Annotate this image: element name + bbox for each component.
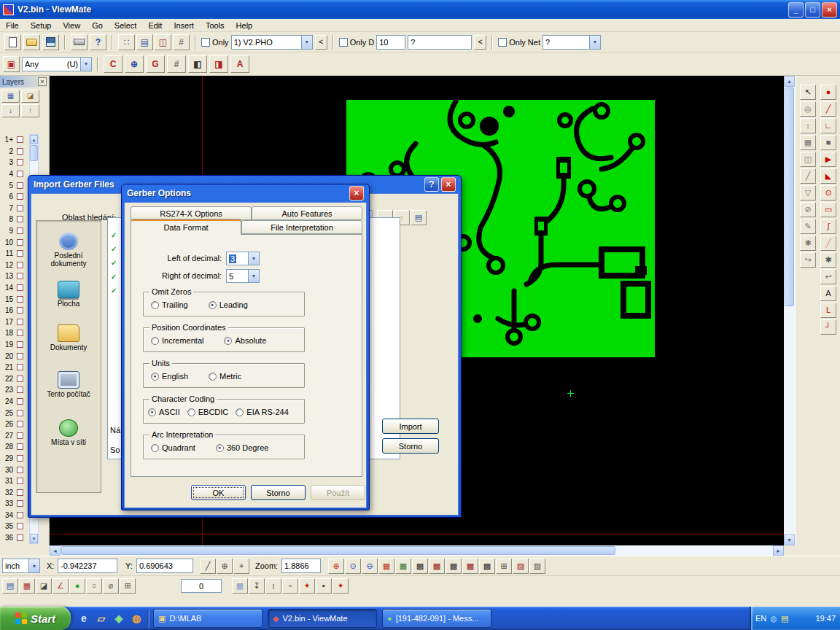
canvas-vertical-scrollbar[interactable]: ▲ ▼ xyxy=(784,76,795,545)
layer-color-box[interactable] xyxy=(17,443,23,450)
grid-tool-button[interactable]: ↕ xyxy=(265,578,281,594)
grid-tool-button[interactable]: ▪ xyxy=(316,578,332,594)
import-button[interactable]: Import xyxy=(382,419,439,434)
filter-tool-button[interactable]: ⊕ xyxy=(125,55,144,73)
layer-row[interactable]: 8 xyxy=(0,214,29,225)
layer-row[interactable]: 26 xyxy=(0,419,29,430)
options-dialog-titlebar[interactable]: Gerber Options × xyxy=(124,184,367,202)
ok-button[interactable]: OK xyxy=(191,485,246,500)
layer-color-box[interactable] xyxy=(17,171,23,177)
radio-option[interactable]: Quadrant xyxy=(151,443,195,452)
display-tool-button[interactable]: ● xyxy=(69,578,85,594)
layer-row[interactable]: 11 xyxy=(0,248,29,260)
filter-tool-button[interactable]: C xyxy=(104,55,122,73)
menu-item[interactable]: Tools xyxy=(200,20,230,31)
palette-tool-button[interactable]: ✎ xyxy=(800,219,816,234)
layer-color-box[interactable] xyxy=(17,330,23,336)
layer-row[interactable]: 9 xyxy=(0,225,29,237)
layer-row[interactable]: 35 xyxy=(0,521,29,532)
close-button[interactable]: × xyxy=(822,2,837,18)
layer-color-box[interactable] xyxy=(17,432,23,439)
dialog-close-button[interactable]: × xyxy=(349,186,364,201)
layer-color-box[interactable] xyxy=(17,353,23,359)
clock[interactable]: 19:47 xyxy=(815,614,836,623)
palette-tool-button[interactable]: ◫ xyxy=(800,152,816,167)
view-tool-button[interactable]: ⊖ xyxy=(362,559,378,574)
palette-tool-button[interactable]: ▽ xyxy=(800,185,816,201)
radio-option[interactable]: ●360 Degree xyxy=(216,443,269,452)
measure-tool-button[interactable]: ⊕ xyxy=(217,559,233,574)
layer-color-box[interactable] xyxy=(17,534,23,541)
filter-tool-button[interactable]: A xyxy=(230,55,249,73)
scroll-up-icon[interactable]: ▲ xyxy=(784,76,795,87)
palette-tool-button[interactable]: ┘ xyxy=(820,319,836,335)
measure-tool-button[interactable]: ⌖ xyxy=(233,559,249,574)
radio-option[interactable]: Trailing xyxy=(151,300,188,309)
view-tool-button[interactable]: ▦ xyxy=(395,559,411,574)
select-marker-button[interactable]: ▣ xyxy=(3,56,20,72)
layer-color-box[interactable] xyxy=(17,284,23,291)
layer-color-box[interactable] xyxy=(17,364,23,370)
restore-button[interactable]: □ xyxy=(805,2,820,18)
display-tool-button[interactable]: ∠ xyxy=(52,578,69,594)
view-tool-button[interactable]: ▩ xyxy=(412,559,428,574)
task-button-messenger[interactable]: ● [191-482-091] - Mess... xyxy=(382,609,491,628)
layer-row[interactable]: 17 xyxy=(0,316,29,328)
dcode-tool-button[interactable]: ◫ xyxy=(155,34,171,50)
layer-color-box[interactable] xyxy=(17,410,23,416)
minimize-button[interactable]: _ xyxy=(788,2,804,18)
display-tool-button[interactable]: ⊞ xyxy=(120,578,136,594)
layer-row[interactable]: 1+ xyxy=(0,134,29,146)
layer-row[interactable]: 29 xyxy=(0,453,29,464)
save-file-button[interactable] xyxy=(42,34,59,50)
palette-tool-button[interactable]: ▶ xyxy=(820,152,836,167)
rotation-value-field[interactable]: 0 xyxy=(181,579,222,593)
display-tool-button[interactable]: ○ xyxy=(86,578,102,594)
layer-row[interactable]: 30 xyxy=(0,464,29,475)
view-tool-button[interactable]: ⊙ xyxy=(345,559,361,574)
layers-scroll-thumb[interactable] xyxy=(30,145,38,161)
palette-tool-button[interactable]: ◎ xyxy=(800,101,816,117)
layer-color-box[interactable] xyxy=(17,523,23,529)
palette-tool-button[interactable]: ▦ xyxy=(800,135,816,150)
radio-option[interactable]: ●ASCII xyxy=(148,408,180,416)
place-network[interactable]: Místa v síti xyxy=(36,419,101,446)
layer-row[interactable]: 33 xyxy=(0,498,29,510)
quick-launch-icon[interactable]: ◈ xyxy=(112,611,126,626)
layer-color-box[interactable] xyxy=(17,489,23,496)
layer-row[interactable]: 28 xyxy=(0,441,29,453)
layer-row[interactable]: 6 xyxy=(0,191,29,203)
tab-file-interpretation[interactable]: File Interpretation xyxy=(241,220,362,234)
palette-tool-button[interactable]: ▭ xyxy=(820,202,836,217)
view-tool-button[interactable]: ▩ xyxy=(446,559,462,574)
layers-panel-close-icon[interactable]: × xyxy=(38,77,47,86)
net-combo[interactable]: ? ▼ xyxy=(542,35,601,50)
only-dcode-checkbox[interactable]: Only xyxy=(339,38,367,47)
left-decimal-combo[interactable]: 3 ▼ xyxy=(226,252,260,265)
palette-tool-button[interactable]: ↕ xyxy=(800,118,816,133)
palette-tool-button[interactable]: ∟ xyxy=(820,118,836,133)
palette-tool-button[interactable]: ↖ xyxy=(800,85,816,100)
layer-row[interactable]: 34 xyxy=(0,510,29,521)
quick-launch-icon[interactable]: e xyxy=(77,611,91,626)
menu-item[interactable]: View xyxy=(57,20,86,31)
palette-tool-button[interactable]: ↪ xyxy=(800,252,816,268)
layer-color-box[interactable] xyxy=(17,421,23,427)
layer-color-box[interactable] xyxy=(17,193,23,200)
layer-combo[interactable]: 1) V2.PHO ▼ xyxy=(231,35,313,50)
view-tool-button[interactable]: ⊞ xyxy=(496,559,512,574)
layer-row[interactable]: 21 xyxy=(0,362,29,373)
prev-dcode-button[interactable]: < xyxy=(474,35,486,50)
menu-item[interactable]: Setup xyxy=(25,20,58,31)
layer-color-box[interactable] xyxy=(17,296,23,303)
menu-item[interactable]: File xyxy=(0,20,25,31)
layer-color-box[interactable] xyxy=(17,250,23,257)
view-tool-button[interactable]: ▨ xyxy=(513,559,529,574)
grid-tool-button[interactable]: ↧ xyxy=(249,578,265,594)
palette-tool-button[interactable]: ↩ xyxy=(820,269,836,284)
layer-color-box[interactable] xyxy=(17,455,23,462)
view-tool-button[interactable]: ▥ xyxy=(529,559,545,574)
palette-tool-button[interactable]: ◣ xyxy=(820,168,836,184)
layer-row[interactable]: 24 xyxy=(0,396,29,408)
palette-tool-button[interactable]: ∫ xyxy=(820,219,836,234)
